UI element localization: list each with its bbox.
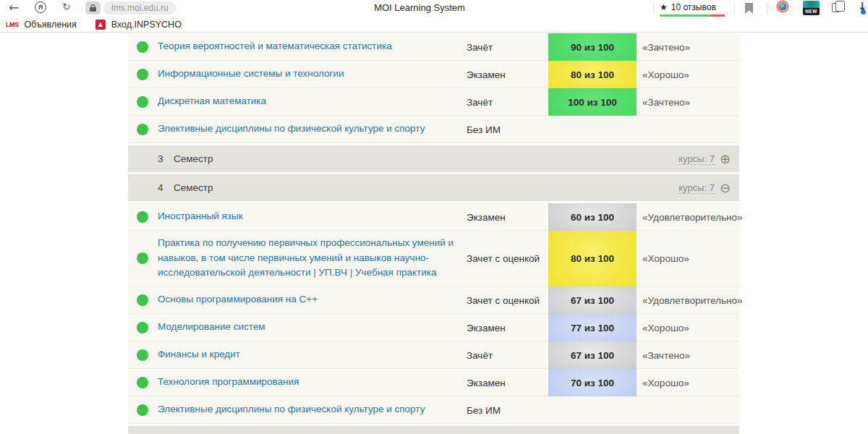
course-link[interactable]: Практика по получению первичных професси… [158, 236, 456, 281]
bookmark-flag-icon[interactable] [745, 3, 753, 14]
control-type: Зачёт [467, 41, 493, 52]
control-type: Зачёт [467, 349, 493, 360]
grade-text: «Зачтено» [642, 349, 690, 360]
extension-new-icon-art [803, 1, 820, 8]
url-text[interactable]: lms.moi.edu.ru [103, 1, 176, 14]
page-title: MOI Learning System [297, 2, 542, 13]
semester-label: Семестр [174, 182, 213, 193]
status-dot-icon [137, 96, 148, 108]
course-row: Информационные системы и технологии Экза… [128, 61, 739, 88]
score-badge: 100 из 100 [548, 88, 637, 116]
grade-text: «Зачтено» [642, 96, 690, 107]
expand-toggle-icon[interactable]: ⊕ [720, 153, 731, 166]
control-type: Без ИМ [467, 124, 501, 135]
grade-text: «Удовлетворительно» [642, 211, 742, 222]
extension-new-icon[interactable]: NEW [803, 1, 820, 15]
course-link[interactable]: Финансы и кредит [158, 347, 456, 362]
grade-text: «Хорошо» [642, 322, 689, 333]
extension-icon[interactable] [778, 1, 788, 12]
semester-number: 3 [158, 153, 174, 164]
semester-label: Семестр [174, 153, 213, 164]
status-dot-icon [137, 252, 148, 264]
expand-toggle-icon[interactable]: ⊖ [720, 182, 731, 195]
semester-row: 3 Семестр курсы: 7 ⊕ [128, 145, 739, 172]
star-icon: ★ [660, 2, 668, 12]
status-dot-icon [137, 211, 148, 223]
yandex-profile-icon[interactable]: Я [35, 1, 46, 13]
bookmarks-bar: LMS Объявления ▲ Вход.INPSYCHO [0, 16, 868, 33]
course-link[interactable]: Иностранный язык [158, 209, 456, 224]
semester-row: 4 Семестр курсы: 7 ⊖ [128, 174, 739, 201]
status-dot-icon [137, 349, 148, 361]
control-type: Экзамен [467, 211, 506, 222]
browser-toolbar: ← Я ↻ lms.moi.edu.ru MOI Learning System… [0, 0, 868, 33]
course-row: Технология программирования Экзамен 70 и… [128, 369, 739, 396]
control-type: Экзамен [467, 69, 506, 80]
course-link[interactable]: Теория вероятностей и математическая ста… [158, 39, 456, 54]
toolbar-divider [653, 3, 654, 14]
course-row: Элективные дисциплины по физической куль… [128, 396, 739, 424]
control-type: Экзамен [467, 322, 506, 333]
course-link[interactable]: Элективные дисциплины по физической куль… [158, 122, 456, 137]
semester-courses-link[interactable]: курсы: 7 [678, 182, 715, 194]
back-icon[interactable]: ← [9, 0, 19, 14]
semester-number: 4 [158, 182, 174, 193]
status-dot-icon [137, 377, 148, 388]
score-badge: 67 из 100 [548, 286, 637, 314]
course-row: Дискретная математика Зачёт 100 из 100 «… [128, 88, 739, 116]
course-link[interactable]: Моделирование систем [158, 320, 456, 335]
refresh-icon[interactable]: ↻ [62, 1, 71, 12]
score-badge: 80 из 100 [548, 231, 637, 286]
reviews-count: 10 отзывов [671, 2, 716, 12]
control-type: Экзамен [467, 377, 506, 388]
score-badge: 90 из 100 [548, 33, 637, 61]
toolbar-divider [734, 3, 735, 14]
status-dot-icon [137, 322, 148, 333]
course-row: Элективные дисциплины по физической куль… [128, 116, 739, 143]
course-row: Иностранный язык Экзамен 60 из 100 «Удов… [128, 203, 739, 231]
grade-text: «Хорошо» [642, 377, 689, 388]
status-dot-icon [137, 294, 148, 306]
new-badge: NEW [803, 8, 820, 15]
lock-icon[interactable] [85, 1, 101, 14]
download-badge-dot [861, 9, 866, 14]
control-type: Без ИМ [467, 404, 501, 415]
bookmark-item-announcements[interactable]: LMS Объявления [6, 20, 77, 30]
lms-favicon-icon: LMS [6, 21, 19, 28]
status-dot-icon [137, 124, 148, 135]
address-bar[interactable]: lms.moi.edu.ru [85, 1, 176, 14]
score-badge: 60 из 100 [548, 203, 637, 231]
grade-text: «Зачтено» [642, 41, 690, 52]
reviews-widget[interactable]: ★ 10 отзывов [660, 2, 716, 12]
toolbar-divider [767, 3, 767, 14]
course-row: Финансы и кредит Зачёт 67 из 100 «Зачтен… [128, 341, 739, 369]
collections-icon[interactable] [832, 3, 840, 12]
control-type: Зачёт [467, 96, 493, 107]
course-link[interactable]: Технология программирования [158, 375, 456, 390]
course-row: Теория вероятностей и математическая ста… [128, 33, 739, 61]
course-link[interactable]: Дискретная математика [158, 94, 456, 109]
app-window: ← Я ↻ lms.moi.edu.ru MOI Learning System… [0, 0, 868, 434]
status-dot-icon [137, 69, 148, 80]
course-row: Моделирование систем Экзамен 77 из 100 «… [128, 314, 739, 341]
course-link[interactable]: Элективные дисциплины по физической куль… [158, 402, 456, 417]
score-badge: 67 из 100 [548, 341, 637, 369]
course-row: Практика по получению первичных професси… [128, 231, 739, 286]
control-type: Зачет с оценкой [467, 253, 540, 264]
grade-text: «Удовлетворительно» [642, 294, 742, 305]
score-badge: 80 из 100 [548, 61, 637, 88]
semester-row: 5 Семестр курсы: 8 ⊕ [128, 426, 739, 434]
inpsycho-favicon-icon: ▲ [95, 20, 106, 30]
grade-text: «Хорошо» [642, 253, 689, 264]
bookmark-item-inpsycho[interactable]: ▲ Вход.INPSYCHO [95, 20, 182, 30]
status-dot-icon [137, 404, 148, 416]
bookmark-label: Объявления [25, 20, 77, 30]
grade-text: «Хорошо» [642, 69, 689, 80]
course-link[interactable]: Основы программирования на C++ [158, 292, 456, 307]
status-dot-icon [137, 41, 148, 53]
course-row: Основы программирования на C++ Зачет с о… [128, 286, 739, 314]
bookmark-label: Вход.INPSYCHO [111, 20, 182, 30]
control-type: Зачет с оценкой [467, 294, 540, 305]
course-link[interactable]: Информационные системы и технологии [158, 67, 456, 82]
semester-courses-link[interactable]: курсы: 7 [678, 153, 715, 165]
